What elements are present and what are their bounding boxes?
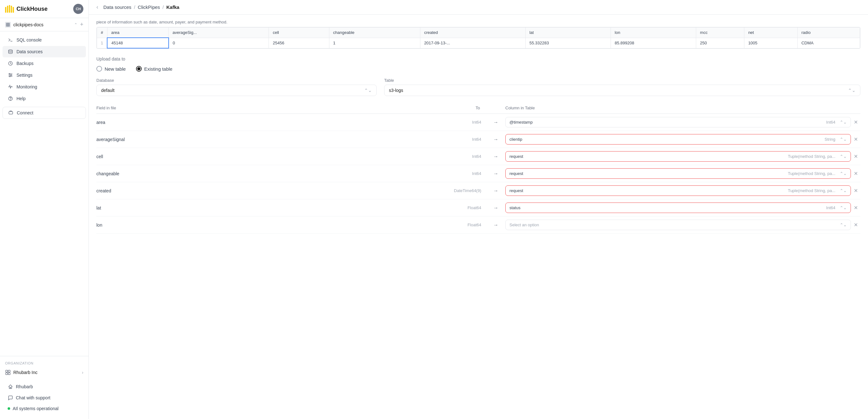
col-name-created: request xyxy=(509,188,523,193)
table-value: s3-logs xyxy=(389,88,403,93)
sidebar-item-data-sources[interactable]: Data sources xyxy=(3,46,86,57)
col-header-lon: lon xyxy=(611,28,696,38)
sidebar-link-chat-support[interactable]: Chat with support xyxy=(5,392,83,403)
workspace-selector[interactable]: clickpipes-docs ⌃ + xyxy=(0,18,88,31)
svg-rect-4 xyxy=(13,7,14,13)
field-name-lon: lon xyxy=(96,223,442,228)
mapping-row: changeable Int64 → request Tuple(method … xyxy=(96,165,860,182)
main-content: ‹ Data sources / ClickPipes / Kafka piec… xyxy=(89,0,868,419)
svg-point-7 xyxy=(8,50,12,51)
col-name-lon: Select an option xyxy=(509,223,539,227)
arrow-icon: → xyxy=(486,137,505,142)
breadcrumb-data-sources[interactable]: Data sources xyxy=(103,4,131,10)
connect-button[interactable]: Connect xyxy=(3,107,86,119)
mapping-row: lon Float64 → Select an option ⌃⌄ ✕ xyxy=(96,217,860,234)
header-to: To xyxy=(442,105,486,110)
avatar: CH xyxy=(73,4,83,14)
remove-button[interactable]: ✕ xyxy=(851,205,860,211)
sidebar-item-sql-console[interactable]: SQL console xyxy=(3,34,86,46)
col-name-lat: status xyxy=(509,205,521,210)
col-select-lat[interactable]: status Int64 ⌃⌄ xyxy=(505,202,851,213)
col-select-changeable[interactable]: request Tuple(method String, pa... ⌃⌄ xyxy=(505,168,851,179)
col-type-changeable: Tuple(method String, pa... xyxy=(788,171,835,176)
col-select-averagesignal[interactable]: clientip String ⌃⌄ xyxy=(505,134,851,144)
nav-section: SQL console Data sources Backups Setting… xyxy=(0,31,88,356)
mapping-row: area Int64 → @timestamp Int64 ⌃⌄ ✕ xyxy=(96,114,860,131)
col-chevron-icon: ⌃⌄ xyxy=(840,171,847,176)
svg-rect-3 xyxy=(11,6,12,13)
sidebar-item-label: SQL console xyxy=(17,37,42,42)
remove-button[interactable]: ✕ xyxy=(851,136,860,142)
col-name-area: @timestamp xyxy=(509,120,533,125)
header-column-in-table: Column in Table xyxy=(505,105,851,110)
cell-net: 1005 xyxy=(744,38,798,48)
database-chevron-icon: ⌃⌄ xyxy=(364,88,372,93)
remove-button[interactable]: ✕ xyxy=(851,119,860,125)
svg-point-13 xyxy=(11,75,12,76)
sidebar-item-label: Backups xyxy=(17,61,34,66)
home-icon xyxy=(8,384,13,389)
col-select-area[interactable]: @timestamp Int64 ⌃⌄ xyxy=(505,117,851,127)
database-select[interactable]: default ⌃⌄ xyxy=(96,85,377,96)
sidebar-link-rhubarb[interactable]: Rhubarb xyxy=(5,381,83,392)
radio-new-table[interactable]: New table xyxy=(96,66,126,72)
sidebar-item-label: Data sources xyxy=(17,49,42,54)
remove-button[interactable]: ✕ xyxy=(851,188,860,194)
cell-created: 2017-09-13-... xyxy=(420,38,525,48)
org-name: Rhubarb Inc xyxy=(13,370,37,375)
col-select-cell[interactable]: request Tuple(method String, pa... ⌃⌄ xyxy=(505,151,851,162)
sidebar-item-backups[interactable]: Backups xyxy=(3,58,86,69)
org-item[interactable]: Rhubarb Inc › xyxy=(5,368,83,377)
col-header-created: created xyxy=(420,28,525,38)
sidebar-item-label: Monitoring xyxy=(17,84,37,89)
remove-button[interactable]: ✕ xyxy=(851,153,860,159)
back-button[interactable]: ‹ xyxy=(96,4,98,10)
field-type-changeable: Int64 xyxy=(442,171,486,176)
logo-icon xyxy=(5,5,14,13)
col-select-lon[interactable]: Select an option ⌃⌄ xyxy=(505,220,851,230)
field-type-lon: Float64 xyxy=(442,223,486,227)
col-header-mcc: mcc xyxy=(696,28,744,38)
svg-rect-17 xyxy=(9,111,13,114)
mapping-row: averageSignal Int64 → clientip String ⌃⌄… xyxy=(96,131,860,148)
remove-button[interactable]: ✕ xyxy=(851,222,860,228)
svg-rect-21 xyxy=(8,373,10,375)
add-workspace-icon[interactable]: + xyxy=(80,21,83,28)
col-header-averagesig: averageSig... xyxy=(169,28,269,38)
table-row: 1 45148 0 25456 1 2017-09-13-... 55.3322… xyxy=(97,38,860,48)
field-name-area: area xyxy=(96,120,442,125)
mapping-row: lat Float64 → status Int64 ⌃⌄ ✕ xyxy=(96,199,860,217)
workspace-icon xyxy=(5,22,11,28)
col-name-changeable: request xyxy=(509,171,523,176)
database-label: Database xyxy=(96,78,377,83)
breadcrumb-clickpipes[interactable]: ClickPipes xyxy=(138,4,160,10)
svg-rect-2 xyxy=(9,5,10,13)
col-select-created[interactable]: request Tuple(method String, pa... ⌃⌄ xyxy=(505,185,851,196)
data-preview-table: # area averageSig... cell changeable cre… xyxy=(97,27,860,49)
sidebar-item-settings[interactable]: Settings xyxy=(3,69,86,81)
sidebar-item-monitoring[interactable]: Monitoring xyxy=(3,81,86,93)
breadcrumb-sep-1: / xyxy=(134,4,135,10)
radio-existing-table[interactable]: Existing table xyxy=(136,66,173,72)
upload-section: Upload data to New table Existing table … xyxy=(89,49,868,96)
table-label: Table xyxy=(384,78,860,83)
col-type-created: Tuple(method String, pa... xyxy=(788,188,835,193)
database-select-wrap: Database default ⌃⌄ xyxy=(96,78,377,96)
radio-circle-existing xyxy=(136,66,142,72)
mapping-row: cell Int64 → request Tuple(method String… xyxy=(96,148,860,165)
remove-button[interactable]: ✕ xyxy=(851,170,860,176)
sliders-icon xyxy=(8,72,13,78)
sidebar-item-help[interactable]: Help xyxy=(3,93,86,104)
org-icon xyxy=(5,369,11,375)
svg-rect-1 xyxy=(7,6,8,13)
header-remove xyxy=(851,105,860,110)
col-header-radio: radio xyxy=(797,28,860,38)
field-type-area: Int64 xyxy=(442,120,486,125)
col-chevron-icon: ⌃⌄ xyxy=(840,120,847,125)
sidebar-link-label: AIl systems operational xyxy=(13,406,59,411)
cell-area[interactable]: 45148 xyxy=(107,38,168,48)
field-type-averagesignal: Int64 xyxy=(442,137,486,142)
header-arrow xyxy=(486,105,505,110)
table-select[interactable]: s3-logs ⌃⌄ xyxy=(384,85,860,96)
col-chevron-icon: ⌃⌄ xyxy=(840,205,847,210)
